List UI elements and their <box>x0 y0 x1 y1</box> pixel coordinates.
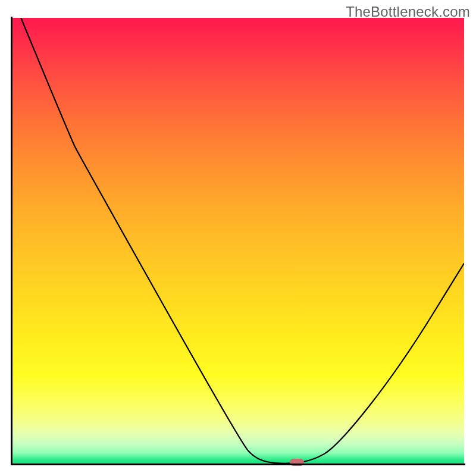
chart-container: TheBottleneck.com <box>0 0 476 476</box>
x-axis <box>11 464 465 465</box>
plot-area <box>12 18 464 464</box>
curve-svg <box>12 18 464 464</box>
y-axis <box>11 17 12 465</box>
bottleneck-curve-path <box>21 18 464 464</box>
